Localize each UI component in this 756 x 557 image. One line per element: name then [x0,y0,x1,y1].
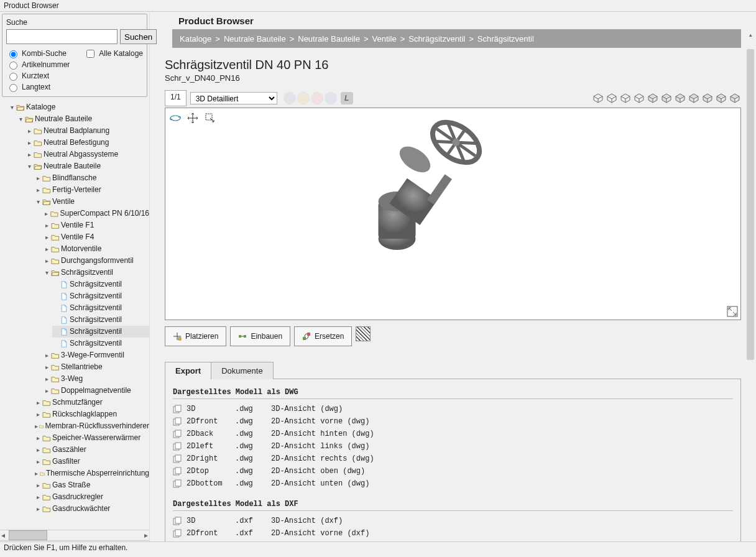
tree-caret[interactable]: ▾ [9,101,15,113]
tree-folder-item[interactable]: ▸Motorventile [44,243,149,255]
view-cube-icon[interactable] [592,92,604,104]
pan-icon[interactable] [187,112,199,124]
view-cube-icon[interactable] [633,92,645,104]
tree-folder-item[interactable]: ▸Ventile F4 [44,231,149,243]
tree-caret[interactable]: ▸ [35,491,41,503]
tree-caret[interactable]: ▸ [35,184,41,196]
tree-caret[interactable]: ▾ [35,196,41,208]
tree-caret[interactable]: ▾ [44,267,50,278]
export-row[interactable]: 2Dtop.dwg2D-Ansicht oben (dwg) [173,465,733,477]
export-row[interactable]: 2Dfront.dxf2D-Ansicht vorne (dxf) [173,527,733,540]
page-indicator[interactable]: 1/1 [165,90,187,106]
tree-folder-item[interactable]: ▸Membran-Rückflussverhinderer [35,420,149,432]
breadcrumb-item[interactable]: Neutrale Bauteile [224,34,286,44]
orbit-icon[interactable] [169,112,182,124]
tree-caret[interactable]: ▸ [35,503,41,515]
platzieren-button[interactable]: Platzieren [165,326,226,346]
view-mode-select[interactable]: 3D Detailliert [190,92,277,104]
tree-caret[interactable]: ▸ [35,397,41,408]
fullscreen-icon[interactable] [727,306,738,317]
color-swatch[interactable] [311,92,323,104]
tree-folder-item[interactable]: ▸SuperCompact PN 6/10/16 [44,208,149,219]
tree-doc-item[interactable]: Schrägsitzventil [52,326,149,338]
tree-folder-item[interactable]: ▸Gasdruckwächter [35,503,149,515]
export-row[interactable]: 2Dback.dwg2D-Ansicht hinten (dwg) [173,428,733,440]
tree-folder-item[interactable]: ▸Stellantriebe [44,361,149,373]
view-cube-icon[interactable] [619,92,632,104]
tree-folder-item[interactable]: ▸Thermische Absperreinrichtung [35,467,149,479]
tree-folder-item[interactable]: ▸Gaszähler [35,444,149,456]
search-radio-input[interactable] [9,50,17,58]
tree-folder-item[interactable]: ▸Doppelmagnetventile [44,385,149,397]
tree-caret[interactable]: ▸ [44,208,49,219]
ersetzen-button[interactable]: Ersetzen [294,326,352,346]
tree-caret[interactable]: ▸ [35,172,41,184]
breadcrumb[interactable]: Kataloge>Neutrale Bauteile>Neutrale Baut… [172,29,741,48]
tree-caret[interactable]: ▸ [44,231,50,243]
breadcrumb-item[interactable]: Schrägsitzventil [408,34,465,44]
tree-folder-item[interactable]: ▸Durchgangsformventil [44,255,149,267]
tree-caret[interactable]: ▸ [26,149,32,160]
view-cube-icon[interactable] [647,92,659,104]
export-row[interactable]: 3D.dxf3D-Ansicht (dxf) [173,515,733,527]
tree-caret[interactable]: ▸ [35,467,39,479]
search-radio-input[interactable] [9,73,17,81]
view-cube-icon[interactable] [606,92,618,104]
tree-folder-item[interactable]: ▸Gasdruckregler [35,491,149,503]
tree-doc-item[interactable]: Schrägsitzventil [52,290,149,302]
breadcrumb-item[interactable]: Neutrale Bauteile [298,34,360,44]
tree-folder-item[interactable]: ▾Ventile [35,196,149,208]
einbauen-button[interactable]: Einbauen [230,326,290,346]
search-radio-3[interactable]: Langtext [6,81,84,93]
tree-folder-item[interactable]: ▸Neutral Abgassysteme [26,149,149,160]
tree-caret[interactable]: ▾ [26,160,32,172]
main-vscrollbar[interactable]: ▴▾ [746,30,755,556]
catalog-tree[interactable]: ▾Kataloge▾Neutrale Bauteile▸Neutral Badp… [0,99,149,530]
tab-dokumente[interactable]: Dokumente [211,362,273,379]
breadcrumb-item[interactable]: Schrägsitzventil [477,34,534,44]
tree-folder-item[interactable]: ▸Schmutzfänger [35,397,149,408]
view-cube-icon[interactable] [729,92,741,104]
tree-folder-item[interactable]: ▸Neutral Befestigung [26,137,149,149]
tree-caret[interactable]: ▸ [44,385,50,397]
tree-folder-item[interactable]: ▾Neutrale Bauteile [17,113,149,125]
tree-caret[interactable]: ▸ [44,255,50,267]
model-viewport[interactable] [165,108,741,320]
tree-folder-item[interactable]: ▸Rückschlagklappen [35,408,149,420]
tree-folder-item[interactable]: ▸Fertig-Verteiler [35,184,149,196]
tree-caret[interactable]: ▸ [44,361,50,373]
tree-folder-item[interactable]: ▸Ventile F1 [44,219,149,231]
export-row[interactable]: 2Dbottom.dwg2D-Ansicht unten (dwg) [173,477,733,490]
tree-caret[interactable]: ▸ [35,420,38,432]
hatch-toggle[interactable] [356,326,371,341]
export-row[interactable]: 2Dfront.dwg2D-Ansicht vorne (dwg) [173,415,733,428]
tree-caret[interactable]: ▸ [35,432,41,444]
tree-caret[interactable]: ▸ [44,373,50,385]
tree-folder-item[interactable]: ▸3-Weg [44,373,149,385]
view-cube-icon[interactable] [701,92,714,104]
all-catalogs-input[interactable] [86,50,94,58]
tree-caret[interactable]: ▸ [44,243,50,255]
tree-doc-item[interactable]: Schrägsitzventil [52,302,149,314]
view-cube-icon[interactable] [715,92,727,104]
tree-caret[interactable]: ▸ [35,479,41,491]
tree-doc-item[interactable]: Schrägsitzventil [52,278,149,290]
search-radio-input[interactable] [9,62,17,70]
tree-caret[interactable]: ▸ [44,219,50,231]
tree-hscrollbar[interactable]: ◂▸ [0,530,149,540]
tree-folder-item[interactable]: ▸Neutral Badplanung [26,125,149,137]
tree-folder-item[interactable]: ▸Gasfilter [35,456,149,467]
tab-export[interactable]: Export [165,362,211,379]
tree-caret[interactable]: ▸ [35,444,41,456]
export-row[interactable]: 2Dleft.dwg2D-Ansicht links (dwg) [173,440,733,453]
color-swatch[interactable] [284,92,296,104]
export-row[interactable]: 2Dright.dwg2D-Ansicht rechts (dwg) [173,453,733,465]
view-cube-icon[interactable] [660,92,673,104]
view-cube-icon[interactable] [688,92,700,104]
color-swatch[interactable] [325,92,337,104]
export-row[interactable]: 3D.dwg3D-Ansicht (dwg) [173,403,733,415]
zoom-region-icon[interactable] [204,112,216,124]
tree-caret[interactable]: ▾ [17,113,24,125]
tree-caret[interactable]: ▸ [35,456,41,467]
tree-folder-item[interactable]: ▾Schrägsitzventil [44,267,149,278]
